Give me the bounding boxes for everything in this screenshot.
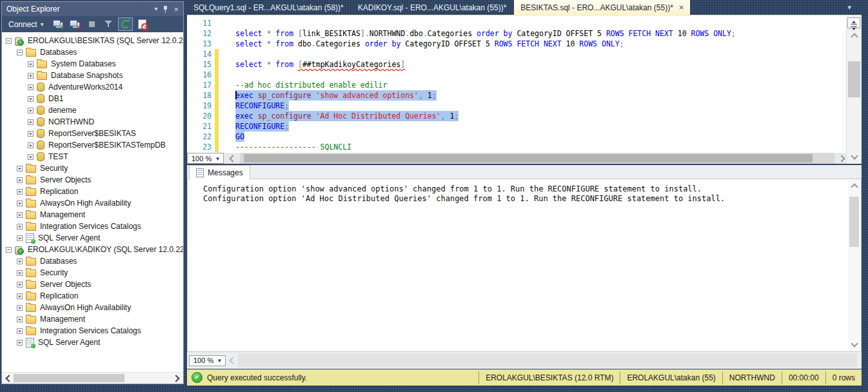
expander-plus-icon[interactable]: + <box>17 224 23 230</box>
scroll-up-icon[interactable] <box>851 33 858 40</box>
object-explorer-hscrollbar[interactable] <box>2 372 183 384</box>
scroll-right-icon[interactable] <box>172 375 179 382</box>
tab-messages[interactable]: Messages <box>189 165 250 179</box>
split-handle[interactable] <box>847 17 860 28</box>
expander-minus-icon[interactable]: − <box>6 38 12 44</box>
sql-editor[interactable]: 1112select * from [link_BESIKTAS].NORTHW… <box>187 16 846 153</box>
tab-list-dropdown-icon[interactable]: ▾ <box>847 3 851 12</box>
filter-button[interactable] <box>101 17 116 31</box>
tree-item[interactable]: +DB1 <box>2 93 183 104</box>
expander-plus-icon[interactable]: + <box>17 235 23 241</box>
scroll-down-icon[interactable] <box>851 152 858 159</box>
expander-minus-icon[interactable]: − <box>17 50 23 55</box>
scrollbar-thumb[interactable] <box>849 197 859 247</box>
tree-item[interactable]: +NORTHWND <box>2 116 183 128</box>
expander-plus-icon[interactable]: + <box>17 259 23 264</box>
status-bar: ✔ Query executed successfully. EROLAKGUL… <box>187 369 862 386</box>
scrollbar-thumb[interactable] <box>848 61 860 97</box>
code-text: select * from dbo.Categories order by Ca… <box>235 39 624 49</box>
expander-plus-icon[interactable]: + <box>28 73 34 79</box>
tree-item[interactable]: +SQL Server Agent <box>2 232 183 244</box>
tree-item[interactable]: +Security <box>2 162 183 174</box>
document-tab[interactable]: SQLQuery1.sql - ER...AKGUL\atakan (58))* <box>187 0 350 15</box>
window-menu-icon[interactable]: ▾ <box>154 6 157 12</box>
expander-plus-icon[interactable]: + <box>17 270 23 276</box>
expander-minus-icon[interactable]: − <box>6 247 12 253</box>
tree-item[interactable]: −EROLAKGUL\KADIKOY (SQL Server 12.0.2269 <box>2 244 183 255</box>
expander-plus-icon[interactable]: + <box>17 212 23 218</box>
scroll-right-icon[interactable] <box>838 155 845 162</box>
tree-item[interactable]: +Server Objects <box>2 279 183 290</box>
tree-item[interactable]: +SQL Server Agent <box>2 337 183 348</box>
messages-hscrollbar[interactable] <box>238 353 857 368</box>
tree-item[interactable]: +Replication <box>2 290 183 302</box>
messages-panel[interactable]: Configuration option 'show advanced opti… <box>187 179 862 352</box>
tree-item[interactable]: +deneme <box>2 104 183 116</box>
messages-vscrollbar[interactable] <box>848 180 860 351</box>
connect-server-button[interactable]: + <box>51 17 66 31</box>
editor-zoom-select[interactable]: 100 % ▾ <box>187 153 224 164</box>
scrollbar-thumb[interactable] <box>244 154 813 162</box>
refresh-button[interactable] <box>118 17 133 31</box>
scrollbar-thumb[interactable] <box>14 374 124 382</box>
results-tab-strip: Messages <box>187 165 862 179</box>
expander-plus-icon[interactable]: + <box>17 340 23 346</box>
code-text: --ad hoc distributed enable edilir <box>235 80 387 90</box>
tree-item[interactable]: +AlwaysOn High Availability <box>2 197 183 209</box>
expander-plus-icon[interactable]: + <box>17 189 23 195</box>
tree-item[interactable]: +Replication <box>2 186 183 197</box>
disconnect-server-button[interactable]: × <box>68 17 83 31</box>
scroll-left-icon[interactable] <box>229 155 236 162</box>
messages-zoom-select[interactable]: 100 % ▾ <box>189 355 226 366</box>
expander-plus-icon[interactable]: + <box>17 201 23 206</box>
document-tab[interactable]: KADIKOY.sql - ERO...AKGUL\atakan (55))* <box>351 0 513 15</box>
editor-vscrollbar[interactable] <box>846 16 862 164</box>
expander-plus-icon[interactable]: + <box>17 166 23 172</box>
expander-plus-icon[interactable]: + <box>17 317 23 322</box>
tree-item[interactable]: +Integration Services Catalogs <box>2 220 183 232</box>
tree-item[interactable]: +AdventureWorks2014 <box>2 81 183 93</box>
stop-button[interactable] <box>84 17 99 31</box>
code-area[interactable]: 1112select * from [link_BESIKTAS].NORTHW… <box>187 18 846 152</box>
tree-item[interactable]: +AlwaysOn High Availability <box>2 302 183 313</box>
expander-plus-icon[interactable]: + <box>28 84 34 90</box>
tree-item[interactable]: +Server Objects <box>2 174 183 186</box>
expander-plus-icon[interactable]: + <box>28 154 34 160</box>
document-tab[interactable]: BESIKTAS.sql - ERO...AKGUL\atakan (55))*… <box>514 0 690 15</box>
expander-plus-icon[interactable]: + <box>17 305 23 311</box>
expander-plus-icon[interactable]: + <box>28 142 34 148</box>
tree-item[interactable]: +ReportServer$BESIKTAS <box>2 128 183 139</box>
connect-button[interactable]: Connect ▾ <box>5 19 47 30</box>
tree-item[interactable]: +Security <box>2 267 183 279</box>
tree-item[interactable]: +ReportServer$BESIKTASTempDB <box>2 139 183 151</box>
close-icon[interactable]: × <box>679 3 684 12</box>
expander-plus-icon[interactable]: + <box>28 119 34 125</box>
editor-hscrollbar[interactable] <box>240 153 834 164</box>
status-message: Query executed successfully. <box>207 373 307 382</box>
scroll-left-icon[interactable] <box>229 357 236 364</box>
scroll-down-icon[interactable] <box>851 340 858 347</box>
expander-plus-icon[interactable]: + <box>28 131 34 137</box>
expander-plus-icon[interactable]: + <box>28 61 34 67</box>
error-logs-button[interactable] <box>135 17 150 31</box>
expander-plus-icon[interactable]: + <box>17 293 23 299</box>
expander-plus-icon[interactable]: + <box>17 282 23 288</box>
tree-item[interactable]: +TEST <box>2 151 183 162</box>
expander-plus-icon[interactable]: + <box>28 96 34 102</box>
expander-plus-icon[interactable]: + <box>28 108 34 113</box>
tree-item[interactable]: +Database Snapshots <box>2 70 183 81</box>
tree-item[interactable]: +Management <box>2 209 183 220</box>
scroll-left-icon[interactable] <box>5 375 12 382</box>
expander-plus-icon[interactable]: + <box>17 177 23 183</box>
tree-item[interactable]: +System Databases <box>2 58 183 70</box>
object-explorer-titlebar[interactable]: Object Explorer ▾ × <box>2 2 183 16</box>
tree-item[interactable]: +Integration Services Catalogs <box>2 325 183 337</box>
pin-icon[interactable] <box>163 5 168 14</box>
tree-item[interactable]: −EROLAKGUL\BESIKTAS (SQL Server 12.0.226… <box>2 35 183 46</box>
tree-item[interactable]: −Databases <box>2 46 183 58</box>
tree-item[interactable]: +Databases <box>2 255 183 267</box>
scroll-up-icon[interactable] <box>851 183 858 190</box>
close-icon[interactable]: × <box>173 5 179 14</box>
tree-item[interactable]: +Management <box>2 313 183 325</box>
expander-plus-icon[interactable]: + <box>17 328 23 334</box>
